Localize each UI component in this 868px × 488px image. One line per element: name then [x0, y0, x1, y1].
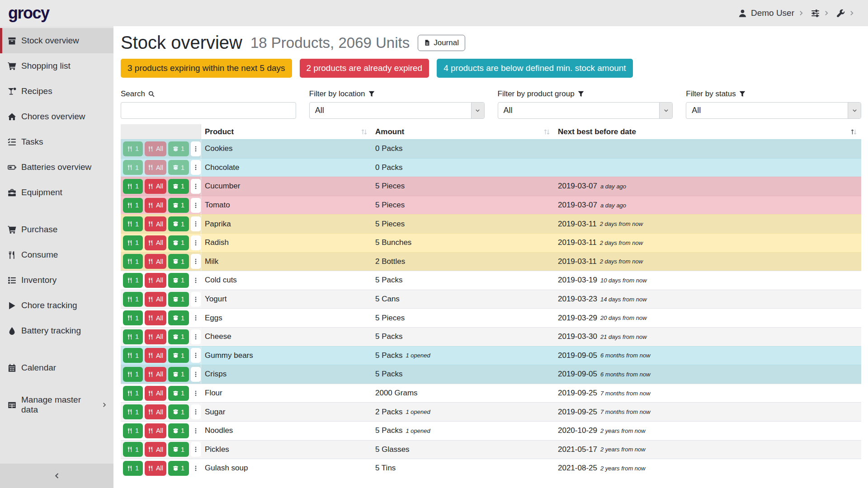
sidebar-item-inventory[interactable]: Inventory — [0, 267, 113, 293]
open-one-button[interactable]: 1 — [168, 461, 189, 476]
sidebar-item-equipment[interactable]: Equipment — [0, 180, 113, 205]
search-input[interactable] — [121, 103, 296, 118]
open-one-button[interactable]: 1 — [168, 310, 189, 325]
open-one-button[interactable]: 1 — [168, 348, 189, 363]
admin-menu[interactable] — [836, 9, 854, 18]
consume-one-button[interactable]: 1 — [123, 179, 143, 194]
consume-all-button[interactable]: All — [145, 235, 166, 250]
consume-all-button[interactable]: All — [145, 273, 166, 288]
status-badge[interactable]: 3 products expiring within the next 5 da… — [121, 59, 292, 78]
consume-one-button[interactable]: 1 — [123, 442, 143, 457]
consume-one-button[interactable]: 1 — [123, 273, 143, 288]
open-one-button[interactable]: 1 — [168, 404, 189, 419]
consume-one-button[interactable]: 1 — [123, 254, 143, 269]
consume-all-button[interactable]: All — [145, 292, 166, 307]
row-more-button[interactable] — [191, 179, 201, 194]
consume-all-button[interactable]: All — [145, 179, 166, 194]
settings-menu[interactable] — [811, 9, 829, 18]
consume-one-button[interactable]: 1 — [123, 216, 143, 231]
sidebar-item-battery-tracking[interactable]: Battery tracking — [0, 318, 113, 343]
consume-one-button[interactable]: 1 — [123, 386, 143, 401]
consume-one-button[interactable]: 1 — [123, 235, 143, 250]
sidebar-item-purchase[interactable]: Purchase — [0, 217, 113, 242]
open-one-button[interactable]: 1 — [168, 254, 189, 269]
consume-all-button[interactable]: All — [145, 386, 166, 401]
open-one-button[interactable]: 1 — [168, 235, 189, 250]
consume-all-button[interactable]: All — [145, 216, 166, 231]
consume-all-button[interactable]: All — [145, 160, 166, 175]
open-one-button[interactable]: 1 — [168, 367, 189, 382]
sidebar-item-calendar[interactable]: Calendar — [0, 355, 113, 380]
sidebar-item-stock-overview[interactable]: Stock overview — [0, 28, 113, 53]
column-header-product[interactable]: Product — [201, 124, 372, 139]
product-group-select[interactable]: All — [498, 102, 673, 119]
sidebar-item-manage-master-data[interactable]: Manage master data — [0, 392, 113, 418]
row-more-button[interactable] — [191, 386, 201, 401]
row-more-button[interactable] — [191, 141, 201, 156]
user-menu[interactable]: Demo User — [738, 8, 804, 18]
consume-one-button[interactable]: 1 — [123, 329, 143, 344]
consume-one-button[interactable]: 1 — [123, 404, 143, 419]
row-more-button[interactable] — [191, 310, 201, 325]
consume-all-button[interactable]: All — [145, 423, 166, 438]
open-one-button[interactable]: 1 — [168, 273, 189, 288]
open-one-button[interactable]: 1 — [168, 386, 189, 401]
status-badge[interactable]: 4 products are below defined min. stock … — [437, 59, 632, 78]
consume-all-button[interactable]: All — [145, 310, 166, 325]
row-more-button[interactable] — [191, 254, 201, 269]
row-more-button[interactable] — [191, 235, 201, 250]
sidebar-item-chores-overview[interactable]: Chores overview — [0, 104, 113, 129]
sidebar-item-recipes[interactable]: Recipes — [0, 79, 113, 104]
location-select[interactable]: All — [309, 102, 485, 119]
sidebar-collapse-button[interactable] — [0, 464, 113, 488]
consume-one-button[interactable]: 1 — [123, 348, 143, 363]
consume-one-button[interactable]: 1 — [123, 367, 143, 382]
open-one-button[interactable]: 1 — [168, 423, 189, 438]
consume-all-button[interactable]: All — [145, 367, 166, 382]
consume-all-button[interactable]: All — [145, 404, 166, 419]
sidebar-item-chore-tracking[interactable]: Chore tracking — [0, 293, 113, 318]
open-one-button[interactable]: 1 — [168, 292, 189, 307]
row-more-button[interactable] — [191, 273, 201, 288]
sidebar-item-tasks[interactable]: Tasks — [0, 129, 113, 155]
consume-all-button[interactable]: All — [145, 141, 166, 156]
open-one-button[interactable]: 1 — [168, 329, 189, 344]
row-more-button[interactable] — [191, 292, 201, 307]
consume-all-button[interactable]: All — [145, 254, 166, 269]
row-more-button[interactable] — [191, 329, 201, 344]
consume-all-button[interactable]: All — [145, 329, 166, 344]
row-more-button[interactable] — [191, 216, 201, 231]
consume-one-button[interactable]: 1 — [123, 198, 143, 213]
open-one-button[interactable]: 1 — [168, 198, 189, 213]
open-one-button[interactable]: 1 — [168, 160, 189, 175]
column-header-amount[interactable]: Amount — [372, 124, 554, 139]
consume-one-button[interactable]: 1 — [123, 461, 143, 476]
consume-one-button[interactable]: 1 — [123, 160, 143, 175]
row-more-button[interactable] — [191, 404, 201, 419]
journal-button[interactable]: Journal — [418, 35, 465, 51]
consume-all-button[interactable]: All — [145, 442, 166, 457]
row-more-button[interactable] — [191, 442, 201, 457]
sidebar-item-consume[interactable]: Consume — [0, 242, 113, 267]
open-one-button[interactable]: 1 — [168, 141, 189, 156]
consume-one-button[interactable]: 1 — [123, 423, 143, 438]
open-one-button[interactable]: 1 — [168, 179, 189, 194]
status-select[interactable]: All — [686, 102, 861, 119]
consume-all-button[interactable]: All — [145, 461, 166, 476]
row-more-button[interactable] — [191, 198, 201, 213]
consume-one-button[interactable]: 1 — [123, 141, 143, 156]
row-more-button[interactable] — [191, 423, 201, 438]
consume-all-button[interactable]: All — [145, 348, 166, 363]
column-header-next-best-before-date[interactable]: Next best before date — [554, 124, 861, 139]
row-more-button[interactable] — [191, 160, 201, 175]
grocy-logo[interactable]: grocy — [8, 4, 49, 23]
open-one-button[interactable]: 1 — [168, 216, 189, 231]
open-one-button[interactable]: 1 — [168, 442, 189, 457]
row-more-button[interactable] — [191, 367, 201, 382]
row-more-button[interactable] — [191, 461, 201, 476]
row-more-button[interactable] — [191, 348, 201, 363]
sidebar-item-shopping-list[interactable]: Shopping list — [0, 53, 113, 79]
sidebar-item-batteries-overview[interactable]: Batteries overview — [0, 155, 113, 180]
status-badge[interactable]: 2 products are already expired — [300, 59, 429, 78]
consume-all-button[interactable]: All — [145, 198, 166, 213]
